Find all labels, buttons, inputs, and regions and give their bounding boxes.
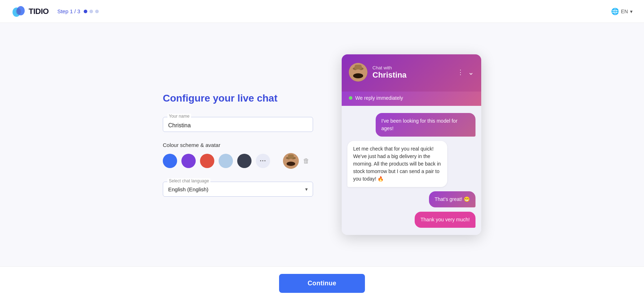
chat-header-top: Chat with Christina ⋮ ⌄	[349, 63, 474, 82]
header: TIDIO Step 1 / 3 🌐 EN ▾	[0, 0, 644, 23]
colour-section-label: Colour scheme & avatar	[163, 142, 313, 148]
step-dot-1	[84, 10, 87, 13]
step-label: Step 1 / 3	[57, 8, 80, 14]
svg-point-2	[16, 8, 21, 15]
language-selector[interactable]: 🌐 EN ▾	[611, 8, 633, 15]
avatar-preview	[283, 153, 299, 169]
page-title: Configure your live chat	[163, 93, 313, 104]
svg-point-12	[353, 73, 363, 78]
logo: TIDIO	[11, 4, 49, 19]
main-content: Configure your live chat Your name Colou…	[0, 23, 644, 266]
chat-widget: Chat with Christina ⋮ ⌄ We reply immedia…	[342, 54, 481, 235]
message-3: That's great! 😁	[429, 191, 475, 207]
chat-chevron-icon[interactable]: ⌄	[468, 68, 474, 77]
name-input[interactable]	[168, 121, 308, 129]
step-dot-2	[89, 10, 93, 13]
chat-header-actions: ⋮ ⌄	[457, 68, 474, 77]
colour-swatch-blue[interactable]	[163, 154, 177, 168]
svg-rect-5	[288, 154, 294, 159]
more-colours-button[interactable]: ···	[256, 154, 270, 168]
tidio-logo-icon	[11, 4, 26, 19]
language-select-wrapper: Select chat language English (English) S…	[163, 182, 313, 197]
step-dot-3	[95, 10, 99, 13]
header-left: TIDIO Step 1 / 3	[11, 4, 99, 19]
logo-text: TIDIO	[29, 7, 49, 16]
colour-row: ···	[163, 153, 313, 169]
name-form-group: Your name	[163, 117, 313, 132]
colour-swatch-light-blue[interactable]	[219, 154, 233, 168]
language-select-label: Select chat language	[167, 178, 210, 183]
language-select[interactable]: English (English) Spanish (Español) Fren…	[168, 186, 308, 192]
message-2: Let me check that for you real quick! We…	[347, 141, 447, 187]
delete-avatar-icon[interactable]: 🗑	[303, 157, 309, 165]
chat-header: Chat with Christina ⋮ ⌄	[342, 54, 481, 92]
language-label: EN	[621, 9, 628, 14]
name-input-wrapper: Your name	[163, 117, 313, 132]
chat-with-label: Chat with	[372, 65, 452, 70]
status-text: We reply immediately	[355, 95, 403, 101]
chat-avatar-image	[349, 63, 367, 82]
online-status-dot	[349, 96, 352, 100]
chat-agent-name: Christina	[372, 70, 452, 80]
step-indicator: Step 1 / 3	[57, 8, 99, 14]
svg-rect-10	[355, 65, 362, 70]
message-4: Thank you very much!	[415, 212, 475, 228]
colour-swatch-dark[interactable]	[237, 154, 252, 168]
language-chevron-icon: ▾	[630, 9, 633, 14]
chat-body: I've been looking for this model for age…	[342, 106, 481, 235]
svg-point-7	[287, 162, 295, 166]
continue-button[interactable]: Continue	[279, 274, 365, 293]
chat-avatar	[349, 63, 367, 82]
colour-swatch-coral[interactable]	[200, 154, 214, 168]
footer: Continue	[0, 266, 644, 300]
step-dots	[84, 10, 99, 13]
chat-status-bar: We reply immediately	[342, 92, 481, 106]
message-1: I've been looking for this model for age…	[376, 113, 475, 137]
right-panel: Chat with Christina ⋮ ⌄ We reply immedia…	[342, 54, 481, 235]
globe-icon: 🌐	[611, 8, 619, 15]
chat-menu-icon[interactable]: ⋮	[457, 68, 464, 76]
chat-header-info: Chat with Christina	[372, 65, 452, 80]
left-panel: Configure your live chat Your name Colou…	[163, 93, 313, 197]
name-input-label: Your name	[167, 114, 191, 119]
colour-section: Colour scheme & avatar ···	[163, 142, 313, 169]
colour-swatch-purple[interactable]	[181, 154, 196, 168]
avatar-image	[283, 153, 299, 169]
